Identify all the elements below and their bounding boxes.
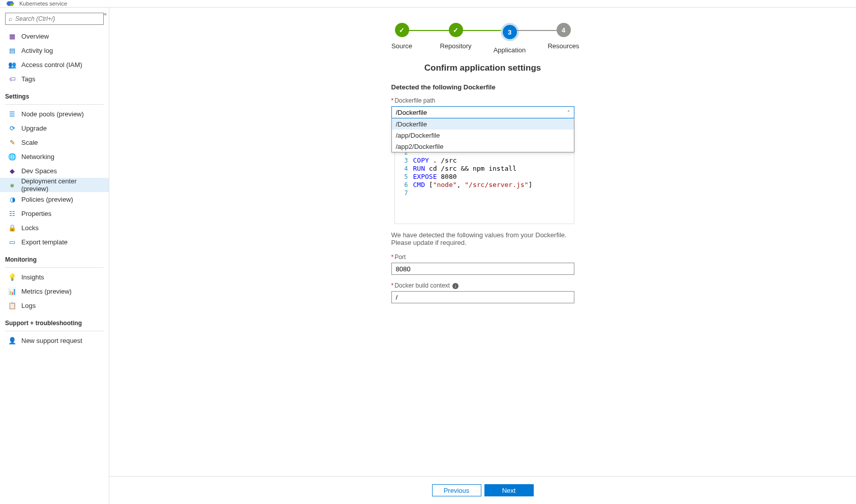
sidebar-item-label: Access control (IAM)	[21, 61, 82, 69]
previous-button[interactable]: Previous	[432, 484, 481, 496]
sidebar-item-label: Logs	[21, 302, 36, 309]
networking-icon: 🌐	[8, 152, 16, 161]
dropdown-option[interactable]: /app/Dockerfile	[392, 130, 574, 141]
sidebar-item-policies[interactable]: ◑Policies (preview)	[0, 192, 109, 206]
port-input[interactable]	[391, 263, 574, 275]
sidebar-item-label: Deployment center (preview)	[21, 177, 104, 193]
sidebar-item-export-template[interactable]: ▭Export template	[0, 235, 109, 249]
sidebar: « ⌕ ▦Overview ▤Activity log 👥Access cont…	[0, 8, 109, 504]
step-label: Repository	[440, 42, 471, 50]
sidebar-heading-monitoring: Monitoring	[0, 252, 109, 265]
sidebar-item-activity-log[interactable]: ▤Activity log	[0, 43, 109, 57]
docker-build-context-label: *Docker build context i	[391, 282, 574, 289]
search-input[interactable]: ⌕	[5, 13, 104, 25]
support-icon: 👤	[8, 336, 16, 344]
next-button[interactable]: Next	[484, 484, 534, 496]
divider	[5, 267, 104, 268]
sidebar-item-logs[interactable]: 📋Logs	[0, 298, 109, 312]
sidebar-item-label: Overview	[21, 33, 49, 40]
sidebar-item-new-support-request[interactable]: 👤New support request	[0, 333, 109, 348]
sidebar-item-metrics[interactable]: 📊Metrics (preview)	[0, 284, 109, 298]
divider	[5, 331, 104, 331]
sidebar-item-label: Networking	[21, 153, 54, 161]
port-label: *Port	[391, 254, 574, 261]
step-label: Application	[494, 46, 526, 54]
properties-icon: ☷	[8, 209, 16, 217]
check-icon: ✓	[449, 23, 463, 37]
dockerfile-path-input[interactable]	[396, 109, 567, 116]
step-label: Resources	[547, 42, 579, 50]
upgrade-icon: ⟳	[8, 124, 16, 132]
step-number: 4	[557, 23, 571, 37]
sidebar-item-label: Activity log	[21, 47, 53, 54]
sidebar-item-label: Scale	[21, 139, 38, 146]
sidebar-item-overview[interactable]: ▦Overview	[0, 29, 109, 43]
sidebar-item-label: Locks	[21, 224, 39, 232]
locks-icon: 🔒	[8, 224, 16, 232]
dropdown-option[interactable]: /Dockerfile	[392, 118, 574, 130]
scale-icon: ✎	[8, 138, 16, 146]
deployment-center-icon: ⎈	[8, 181, 16, 189]
step-number: 3	[501, 23, 519, 41]
sidebar-item-scale[interactable]: ✎Scale	[0, 135, 109, 149]
sidebar-item-label: Upgrade	[21, 124, 47, 132]
service-type-label: Kubernetes service	[19, 1, 67, 7]
sidebar-item-label: Properties	[21, 210, 51, 217]
sidebar-item-label: Node pools (preview)	[21, 110, 84, 118]
dockerfile-path-dropdown: /Dockerfile /app/Dockerfile /app2/Docker…	[391, 118, 574, 152]
collapse-sidebar-icon[interactable]: «	[104, 11, 107, 17]
sidebar-item-label: New support request	[21, 337, 82, 344]
step-application[interactable]: 3 Application	[483, 23, 537, 54]
search-icon: ⌕	[9, 15, 12, 22]
sidebar-item-iam[interactable]: 👥Access control (IAM)	[0, 57, 109, 72]
main-content: ✓ Source ✓ Repository 3 Application	[109, 8, 856, 504]
sidebar-item-label: Dev Spaces	[21, 167, 57, 175]
dockerfile-path-combobox[interactable]: ˄	[391, 106, 574, 118]
step-label: Source	[391, 42, 412, 50]
export-template-icon: ▭	[8, 238, 16, 246]
resource-header: Kubernetes service	[0, 0, 856, 8]
metrics-icon: 📊	[8, 287, 16, 295]
sidebar-item-properties[interactable]: ☷Properties	[0, 206, 109, 220]
step-repository[interactable]: ✓ Repository	[429, 23, 483, 50]
sidebar-item-insights[interactable]: 💡Insights	[0, 270, 109, 284]
divider	[5, 104, 104, 105]
svg-point-1	[10, 3, 13, 6]
chevron-up-icon[interactable]: ˄	[567, 110, 570, 115]
check-icon: ✓	[395, 23, 409, 37]
sidebar-item-label: Insights	[21, 273, 44, 281]
info-icon[interactable]: i	[452, 283, 458, 289]
detected-values-text: We have detected the following values fr…	[391, 231, 574, 246]
detected-heading: Detected the following Dockerfile	[391, 83, 574, 91]
sidebar-item-label: Policies (preview)	[21, 196, 73, 203]
tags-icon: 🏷	[8, 75, 16, 83]
docker-build-context-input[interactable]	[391, 291, 574, 303]
sidebar-item-upgrade[interactable]: ⟳Upgrade	[0, 121, 109, 135]
wizard-footer: Previous Next	[109, 476, 856, 504]
wizard-stepper: ✓ Source ✓ Repository 3 Application	[320, 23, 646, 54]
sidebar-item-label: Tags	[21, 75, 35, 83]
page-title: Confirm application settings	[320, 63, 646, 73]
sidebar-item-deployment-center[interactable]: ⎈Deployment center (preview)	[0, 178, 109, 192]
sidebar-heading-support: Support + troubleshooting	[0, 316, 109, 329]
sidebar-item-dev-spaces[interactable]: ◆Dev Spaces	[0, 164, 109, 178]
sidebar-item-locks[interactable]: 🔒Locks	[0, 220, 109, 235]
overview-icon: ▦	[8, 32, 16, 40]
sidebar-item-networking[interactable]: 🌐Networking	[0, 149, 109, 164]
step-source[interactable]: ✓ Source	[375, 23, 429, 50]
step-resources[interactable]: 4 Resources	[537, 23, 591, 50]
dockerfile-path-label: *Dockerfile path	[391, 97, 574, 104]
activity-log-icon: ▤	[8, 46, 16, 54]
sidebar-heading-settings: Settings	[0, 89, 109, 102]
dev-spaces-icon: ◆	[8, 167, 16, 175]
policies-icon: ◑	[8, 195, 16, 203]
dropdown-option[interactable]: /app2/Dockerfile	[392, 141, 574, 152]
node-pools-icon: ☰	[8, 110, 16, 118]
search-field[interactable]	[15, 15, 100, 22]
sidebar-item-tags[interactable]: 🏷Tags	[0, 72, 109, 86]
sidebar-item-label: Metrics (preview)	[21, 288, 72, 295]
sidebar-item-node-pools[interactable]: ☰Node pools (preview)	[0, 107, 109, 121]
kubernetes-service-icon	[5, 1, 15, 7]
sidebar-item-label: Export template	[21, 238, 68, 246]
insights-icon: 💡	[8, 273, 16, 281]
